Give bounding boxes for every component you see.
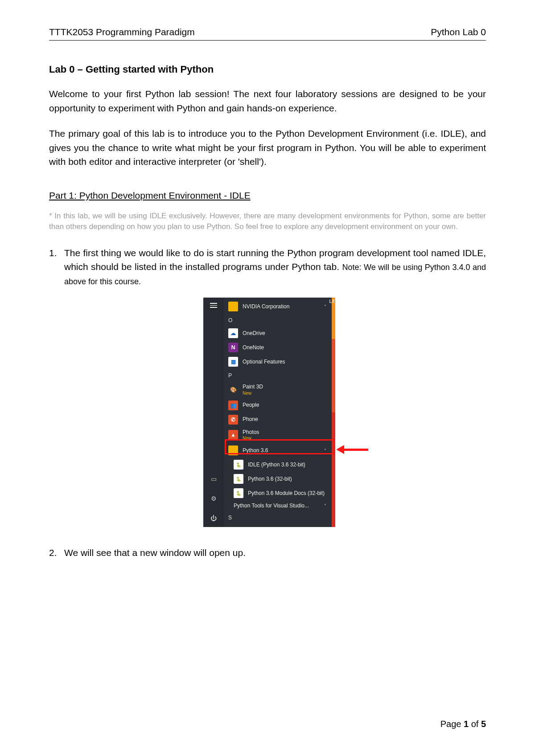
page-footer: Page 1 of 5 [440, 719, 486, 729]
app-list: NVIDIA Corporation ˅ Lif O ☁ OneDrive N … [224, 298, 332, 527]
app-label: Python 3.6 (32-bit) [248, 476, 327, 482]
tile-strip [332, 298, 335, 527]
lab-title: Lab 0 – Getting started with Python [49, 64, 486, 75]
app-idle[interactable]: 🐍 IDLE (Python 3.6 32-bit) [224, 458, 332, 472]
letter-header-o[interactable]: O [224, 314, 332, 326]
app-label: PhotosNew [243, 429, 327, 441]
header-left: TTTK2053 Programming Paradigm [49, 27, 195, 37]
power-icon[interactable]: ⏻ [210, 515, 217, 522]
page-header: TTTK2053 Programming Paradigm Python Lab… [49, 27, 486, 41]
footer-prefix: Page [440, 719, 464, 729]
step-body: The first thing we would like to do is s… [64, 246, 486, 288]
optional-icon: ▦ [228, 357, 238, 367]
folder-icon [228, 445, 238, 455]
python-file-icon: 🐍 [234, 460, 243, 470]
app-python32bit[interactable]: 🐍 Python 3.6 (32-bit) [224, 472, 332, 486]
callout-arrow [336, 445, 368, 454]
app-label: OneNote [243, 344, 327, 351]
app-label: Python Tools for Visual Studio... [234, 503, 320, 509]
step-1: 1. The first thing we would like to do i… [49, 246, 486, 288]
app-nvidia[interactable]: NVIDIA Corporation ˅ Lif [224, 299, 332, 314]
environment-note: * In this lab, we will be using IDLE exc… [49, 211, 486, 233]
step-body: We will see that a new window will open … [64, 546, 486, 560]
app-photos[interactable]: ▲ PhotosNew [224, 427, 332, 443]
intro-para-2: The primary goal of this lab is to intro… [49, 127, 486, 169]
header-right: Python Lab 0 [431, 27, 486, 37]
start-menu-screenshot: ▭ ⚙ ⏻ NVIDIA Corporation ˅ Lif O ☁ [49, 298, 486, 527]
step-2: 2. We will see that a new window will op… [49, 546, 486, 560]
app-label: Phone [243, 416, 327, 422]
letter-header-s[interactable]: S [224, 511, 332, 523]
app-label: NVIDIA Corporation [243, 303, 289, 310]
explorer-icon[interactable]: ▭ [210, 475, 217, 482]
app-optional-features[interactable]: ▦ Optional Features [224, 355, 332, 369]
app-paint3d[interactable]: 🎨 Paint 3DNew [224, 381, 332, 398]
app-python-docs[interactable]: 🐍 Python 3.6 Module Docs (32-bit) [224, 486, 332, 500]
step-num: 2. [49, 546, 64, 560]
footer-total: 5 [481, 719, 486, 729]
onedrive-icon: ☁ [228, 328, 238, 338]
chevron-down-icon: ˅ [324, 304, 327, 309]
folder-icon [228, 302, 238, 311]
app-label: Paint 3DNew [243, 384, 327, 396]
intro-para-1: Welcome to your first Python lab session… [49, 87, 486, 115]
app-people[interactable]: 👥 People [224, 398, 332, 413]
app-onenote[interactable]: N OneNote [224, 340, 332, 355]
app-python36-folder[interactable]: Python 3.6 ˄ [224, 443, 332, 458]
footer-mid: of [469, 719, 481, 729]
letter-header-p[interactable]: P [224, 369, 332, 381]
app-label: People [243, 402, 327, 408]
python-file-icon: 🐍 [234, 474, 243, 484]
app-phone[interactable]: ✆ Phone [224, 413, 332, 427]
part-heading: Part 1: Python Development Environment -… [49, 190, 486, 201]
arrow-head-icon [336, 445, 344, 454]
app-label: Optional Features [243, 359, 327, 365]
arrow-line [344, 449, 368, 451]
app-label: Python 3.6 Module Docs (32-bit) [248, 490, 327, 496]
paint3d-icon: 🎨 [228, 385, 238, 395]
start-menu: ▭ ⚙ ⏻ NVIDIA Corporation ˅ Lif O ☁ [203, 298, 332, 527]
hamburger-icon[interactable] [210, 303, 217, 308]
settings-icon[interactable]: ⚙ [210, 495, 217, 502]
tile-hint: Lif [329, 298, 334, 304]
app-label: IDLE (Python 3.6 32-bit) [248, 462, 327, 468]
phone-icon: ✆ [228, 415, 238, 425]
start-rail: ▭ ⚙ ⏻ [203, 298, 224, 527]
people-icon: 👥 [228, 400, 238, 410]
onenote-icon: N [228, 343, 238, 352]
python-file-icon: 🐍 [234, 488, 243, 498]
chevron-up-icon: ˄ [324, 448, 327, 453]
app-python-tools[interactable]: Python Tools for Visual Studio... ˅ [224, 500, 332, 511]
app-onedrive[interactable]: ☁ OneDrive [224, 326, 332, 340]
chevron-down-icon: ˅ [324, 503, 327, 508]
photos-icon: ▲ [228, 430, 238, 440]
app-label: Python 3.6 [243, 447, 268, 454]
footer-current: 1 [464, 719, 469, 729]
app-label: OneDrive [243, 330, 327, 336]
step-num: 1. [49, 246, 64, 288]
